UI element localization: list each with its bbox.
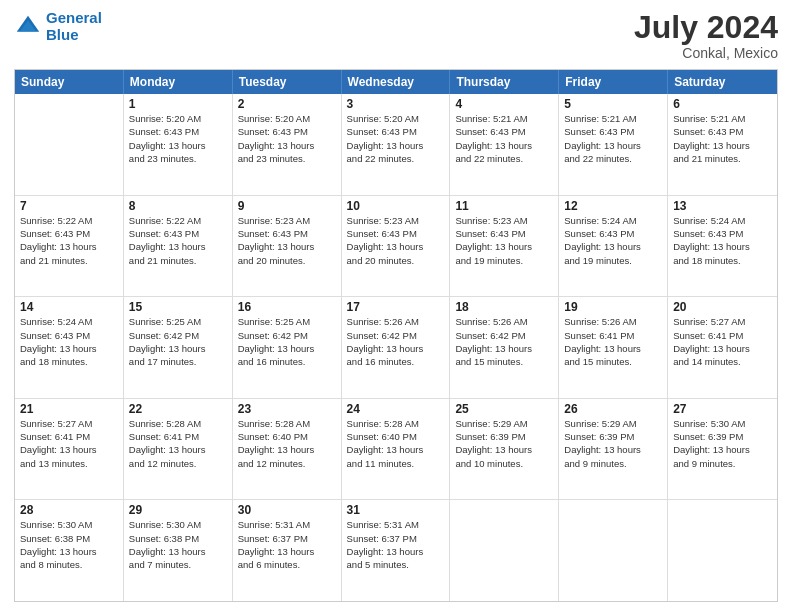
calendar-cell: 31Sunrise: 5:31 AM Sunset: 6:37 PM Dayli…	[342, 500, 451, 601]
day-number: 5	[564, 97, 662, 111]
header: General Blue July 2024 Conkal, Mexico	[14, 10, 778, 61]
calendar-cell: 20Sunrise: 5:27 AM Sunset: 6:41 PM Dayli…	[668, 297, 777, 398]
logo-text: General Blue	[46, 10, 102, 43]
day-number: 4	[455, 97, 553, 111]
day-number: 23	[238, 402, 336, 416]
day-info: Sunrise: 5:31 AM Sunset: 6:37 PM Dayligh…	[238, 518, 336, 571]
day-number: 9	[238, 199, 336, 213]
calendar-cell: 26Sunrise: 5:29 AM Sunset: 6:39 PM Dayli…	[559, 399, 668, 500]
day-number: 18	[455, 300, 553, 314]
calendar-cell: 29Sunrise: 5:30 AM Sunset: 6:38 PM Dayli…	[124, 500, 233, 601]
day-info: Sunrise: 5:26 AM Sunset: 6:41 PM Dayligh…	[564, 315, 662, 368]
day-info: Sunrise: 5:20 AM Sunset: 6:43 PM Dayligh…	[129, 112, 227, 165]
calendar-cell: 8Sunrise: 5:22 AM Sunset: 6:43 PM Daylig…	[124, 196, 233, 297]
calendar-cell: 14Sunrise: 5:24 AM Sunset: 6:43 PM Dayli…	[15, 297, 124, 398]
calendar-row: 1Sunrise: 5:20 AM Sunset: 6:43 PM Daylig…	[15, 94, 777, 196]
day-number: 29	[129, 503, 227, 517]
day-info: Sunrise: 5:22 AM Sunset: 6:43 PM Dayligh…	[20, 214, 118, 267]
day-info: Sunrise: 5:29 AM Sunset: 6:39 PM Dayligh…	[455, 417, 553, 470]
calendar-row: 21Sunrise: 5:27 AM Sunset: 6:41 PM Dayli…	[15, 399, 777, 501]
day-number: 15	[129, 300, 227, 314]
calendar-cell: 15Sunrise: 5:25 AM Sunset: 6:42 PM Dayli…	[124, 297, 233, 398]
day-info: Sunrise: 5:20 AM Sunset: 6:43 PM Dayligh…	[347, 112, 445, 165]
header-day: Sunday	[15, 70, 124, 94]
day-number: 8	[129, 199, 227, 213]
calendar-cell: 22Sunrise: 5:28 AM Sunset: 6:41 PM Dayli…	[124, 399, 233, 500]
day-number: 10	[347, 199, 445, 213]
header-day: Monday	[124, 70, 233, 94]
logo: General Blue	[14, 10, 102, 43]
calendar-cell: 16Sunrise: 5:25 AM Sunset: 6:42 PM Dayli…	[233, 297, 342, 398]
calendar-cell: 11Sunrise: 5:23 AM Sunset: 6:43 PM Dayli…	[450, 196, 559, 297]
calendar-cell: 1Sunrise: 5:20 AM Sunset: 6:43 PM Daylig…	[124, 94, 233, 195]
day-number: 19	[564, 300, 662, 314]
calendar-cell	[559, 500, 668, 601]
day-info: Sunrise: 5:22 AM Sunset: 6:43 PM Dayligh…	[129, 214, 227, 267]
day-info: Sunrise: 5:29 AM Sunset: 6:39 PM Dayligh…	[564, 417, 662, 470]
day-number: 13	[673, 199, 772, 213]
day-number: 12	[564, 199, 662, 213]
header-day: Tuesday	[233, 70, 342, 94]
day-number: 20	[673, 300, 772, 314]
day-number: 21	[20, 402, 118, 416]
header-day: Friday	[559, 70, 668, 94]
day-number: 30	[238, 503, 336, 517]
calendar-cell: 9Sunrise: 5:23 AM Sunset: 6:43 PM Daylig…	[233, 196, 342, 297]
day-info: Sunrise: 5:27 AM Sunset: 6:41 PM Dayligh…	[20, 417, 118, 470]
calendar-cell: 3Sunrise: 5:20 AM Sunset: 6:43 PM Daylig…	[342, 94, 451, 195]
day-info: Sunrise: 5:23 AM Sunset: 6:43 PM Dayligh…	[347, 214, 445, 267]
calendar-cell	[668, 500, 777, 601]
day-info: Sunrise: 5:21 AM Sunset: 6:43 PM Dayligh…	[564, 112, 662, 165]
day-info: Sunrise: 5:31 AM Sunset: 6:37 PM Dayligh…	[347, 518, 445, 571]
day-number: 2	[238, 97, 336, 111]
day-number: 3	[347, 97, 445, 111]
day-number: 1	[129, 97, 227, 111]
calendar-cell: 6Sunrise: 5:21 AM Sunset: 6:43 PM Daylig…	[668, 94, 777, 195]
day-number: 28	[20, 503, 118, 517]
day-number: 7	[20, 199, 118, 213]
calendar-row: 28Sunrise: 5:30 AM Sunset: 6:38 PM Dayli…	[15, 500, 777, 601]
header-day: Thursday	[450, 70, 559, 94]
calendar-cell	[15, 94, 124, 195]
day-number: 6	[673, 97, 772, 111]
day-info: Sunrise: 5:24 AM Sunset: 6:43 PM Dayligh…	[673, 214, 772, 267]
title-block: July 2024 Conkal, Mexico	[634, 10, 778, 61]
calendar-header: SundayMondayTuesdayWednesdayThursdayFrid…	[15, 70, 777, 94]
day-number: 14	[20, 300, 118, 314]
calendar-cell: 17Sunrise: 5:26 AM Sunset: 6:42 PM Dayli…	[342, 297, 451, 398]
calendar-row: 14Sunrise: 5:24 AM Sunset: 6:43 PM Dayli…	[15, 297, 777, 399]
day-info: Sunrise: 5:30 AM Sunset: 6:39 PM Dayligh…	[673, 417, 772, 470]
calendar-cell: 13Sunrise: 5:24 AM Sunset: 6:43 PM Dayli…	[668, 196, 777, 297]
calendar-cell: 24Sunrise: 5:28 AM Sunset: 6:40 PM Dayli…	[342, 399, 451, 500]
day-info: Sunrise: 5:28 AM Sunset: 6:41 PM Dayligh…	[129, 417, 227, 470]
day-info: Sunrise: 5:30 AM Sunset: 6:38 PM Dayligh…	[20, 518, 118, 571]
day-number: 17	[347, 300, 445, 314]
day-number: 16	[238, 300, 336, 314]
main-title: July 2024	[634, 10, 778, 45]
calendar-cell: 18Sunrise: 5:26 AM Sunset: 6:42 PM Dayli…	[450, 297, 559, 398]
header-day: Wednesday	[342, 70, 451, 94]
calendar-cell: 10Sunrise: 5:23 AM Sunset: 6:43 PM Dayli…	[342, 196, 451, 297]
day-number: 24	[347, 402, 445, 416]
subtitle: Conkal, Mexico	[634, 45, 778, 61]
calendar-cell: 2Sunrise: 5:20 AM Sunset: 6:43 PM Daylig…	[233, 94, 342, 195]
calendar-cell: 12Sunrise: 5:24 AM Sunset: 6:43 PM Dayli…	[559, 196, 668, 297]
calendar-cell: 4Sunrise: 5:21 AM Sunset: 6:43 PM Daylig…	[450, 94, 559, 195]
calendar-cell: 30Sunrise: 5:31 AM Sunset: 6:37 PM Dayli…	[233, 500, 342, 601]
day-number: 31	[347, 503, 445, 517]
calendar: SundayMondayTuesdayWednesdayThursdayFrid…	[14, 69, 778, 602]
calendar-cell: 25Sunrise: 5:29 AM Sunset: 6:39 PM Dayli…	[450, 399, 559, 500]
day-number: 25	[455, 402, 553, 416]
day-info: Sunrise: 5:25 AM Sunset: 6:42 PM Dayligh…	[238, 315, 336, 368]
day-info: Sunrise: 5:27 AM Sunset: 6:41 PM Dayligh…	[673, 315, 772, 368]
day-info: Sunrise: 5:26 AM Sunset: 6:42 PM Dayligh…	[455, 315, 553, 368]
day-info: Sunrise: 5:21 AM Sunset: 6:43 PM Dayligh…	[673, 112, 772, 165]
day-info: Sunrise: 5:20 AM Sunset: 6:43 PM Dayligh…	[238, 112, 336, 165]
day-info: Sunrise: 5:26 AM Sunset: 6:42 PM Dayligh…	[347, 315, 445, 368]
day-info: Sunrise: 5:25 AM Sunset: 6:42 PM Dayligh…	[129, 315, 227, 368]
day-info: Sunrise: 5:24 AM Sunset: 6:43 PM Dayligh…	[20, 315, 118, 368]
calendar-cell: 23Sunrise: 5:28 AM Sunset: 6:40 PM Dayli…	[233, 399, 342, 500]
day-info: Sunrise: 5:24 AM Sunset: 6:43 PM Dayligh…	[564, 214, 662, 267]
day-info: Sunrise: 5:30 AM Sunset: 6:38 PM Dayligh…	[129, 518, 227, 571]
day-number: 27	[673, 402, 772, 416]
